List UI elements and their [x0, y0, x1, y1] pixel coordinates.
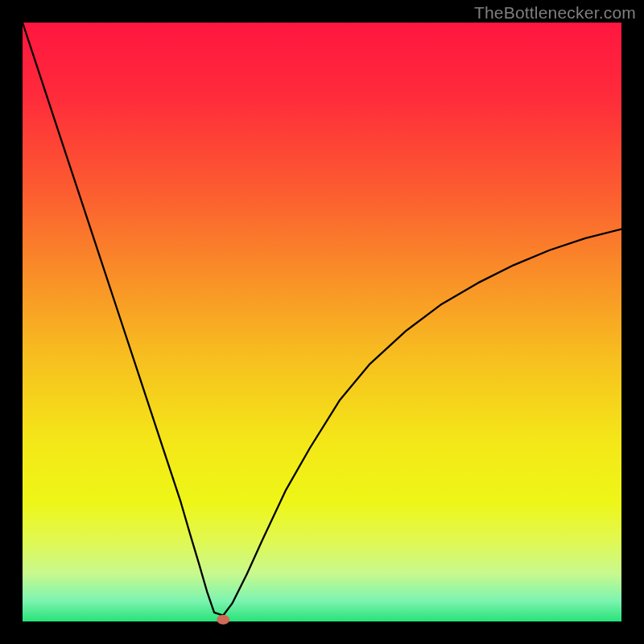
chart-stage: TheBottlenecker.com	[0, 0, 644, 644]
watermark-text: TheBottlenecker.com	[474, 3, 636, 23]
dip-marker	[217, 615, 229, 625]
chart-svg	[0, 0, 644, 644]
plot-background	[23, 23, 621, 621]
